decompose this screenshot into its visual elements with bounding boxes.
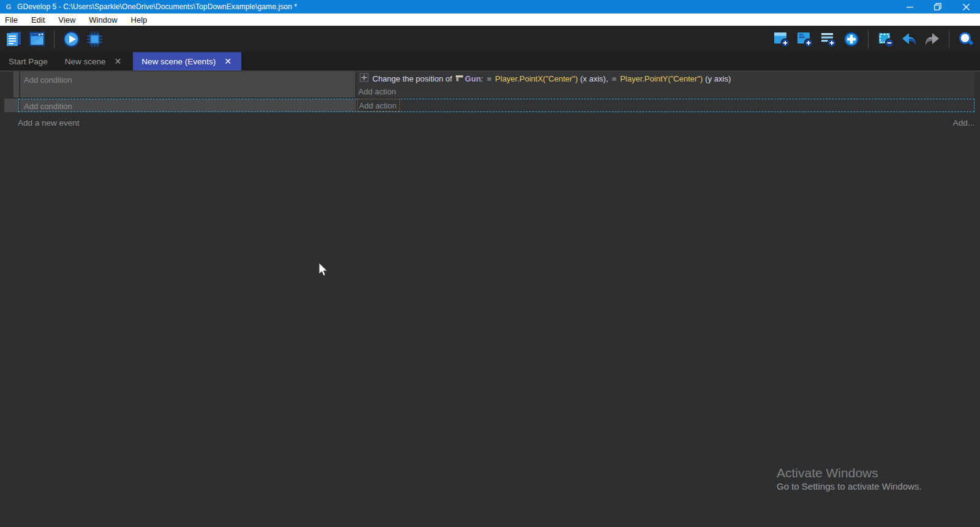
minimize-icon	[907, 4, 913, 10]
close-icon	[963, 4, 970, 10]
action-x-axis-label: (x axis),	[580, 74, 608, 83]
add-event-button[interactable]	[772, 30, 790, 48]
undo-icon	[900, 31, 918, 48]
debug-button[interactable]	[86, 30, 104, 48]
title-bar: G GDevelop 5 - C:\Users\Sparkle\OneDrive…	[0, 0, 980, 13]
tab-label: New scene	[65, 57, 106, 66]
event1-add-action-row[interactable]: Add action	[356, 85, 974, 97]
events-sheet: Add condition Change the position of Gun…	[0, 70, 980, 527]
play-button[interactable]	[62, 30, 80, 48]
window-title: GDevelop 5 - C:\Users\Sparkle\OneDrive\D…	[17, 2, 297, 11]
restore-button[interactable]	[924, 0, 952, 13]
search-icon	[957, 30, 975, 48]
menu-file[interactable]: File	[0, 13, 24, 26]
toolbar-separator	[949, 30, 949, 48]
debug-icon	[86, 30, 104, 48]
action-expression-x: Player.PointX("Center")	[495, 74, 578, 83]
search-button[interactable]	[957, 30, 975, 48]
add-condition-link[interactable]: Add condition	[24, 75, 72, 85]
action-y-axis-label: (y axis)	[705, 74, 731, 83]
add-action-link[interactable]: Add action	[358, 87, 396, 96]
tab-label: Start Page	[9, 57, 48, 66]
menu-window[interactable]: Window	[82, 13, 124, 26]
event1-action-row[interactable]: Change the position of Gun: = Player.Poi…	[356, 72, 974, 85]
play-icon	[62, 30, 80, 48]
event2-drag-handle[interactable]	[4, 99, 18, 112]
toolbar-separator	[868, 30, 869, 48]
tab-bar: Start Page New scene ✕ New scene (Events…	[0, 52, 980, 70]
event1-actions-cell: Change the position of Gun: = Player.Poi…	[356, 72, 974, 97]
mouse-cursor-icon	[318, 262, 330, 279]
remove-selection-icon	[877, 31, 894, 48]
move-position-icon	[360, 73, 369, 84]
tab-new-scene-events[interactable]: New scene (Events) ✕	[133, 52, 241, 70]
window-controls	[895, 0, 980, 13]
scene-editor-icon	[28, 30, 46, 48]
redo-button[interactable]	[923, 30, 941, 48]
action-text-prefix: Change the position of	[372, 74, 452, 83]
tab-new-scene[interactable]: New scene ✕	[56, 52, 132, 70]
main-toolbar	[0, 26, 980, 52]
menu-bar: File Edit View Window Help	[0, 13, 980, 26]
close-button[interactable]	[952, 0, 980, 13]
menu-view[interactable]: View	[51, 13, 82, 26]
undo-button[interactable]	[900, 30, 918, 48]
tab-close-icon[interactable]: ✕	[223, 56, 233, 66]
open-scene-button[interactable]	[28, 30, 46, 48]
event2-add-action-hover[interactable]: Add action	[357, 99, 400, 112]
action-operator: =	[487, 74, 492, 83]
action-colon: :	[481, 74, 483, 83]
add-subevent-icon	[796, 31, 813, 48]
tab-start-page[interactable]: Start Page	[0, 52, 56, 70]
add-more-link[interactable]: Add...	[953, 118, 974, 127]
add-comment-button[interactable]	[819, 30, 837, 48]
add-event-icon	[773, 31, 790, 48]
add-circle-button[interactable]	[842, 30, 860, 48]
toolbar-separator	[54, 30, 55, 48]
event2-selected-row[interactable]: Add condition Add action	[18, 99, 974, 112]
redo-icon	[924, 31, 941, 48]
event1-drag-handle[interactable]	[13, 72, 19, 97]
restore-icon	[934, 3, 941, 10]
add-circle-icon	[843, 31, 860, 48]
add-subevent-button[interactable]	[796, 30, 813, 48]
menu-help[interactable]: Help	[124, 13, 154, 26]
menu-edit[interactable]: Edit	[24, 13, 51, 26]
add-action-link[interactable]: Add action	[359, 101, 396, 110]
action-operator: =	[612, 74, 617, 83]
action-expression-y: Player.PointY("Center")	[620, 74, 703, 83]
tab-close-icon[interactable]: ✕	[113, 56, 123, 66]
project-manager-icon	[5, 30, 23, 48]
add-condition-link[interactable]: Add condition	[24, 102, 72, 111]
action-object-name: Gun	[465, 74, 481, 83]
toolbar-left-group	[0, 30, 104, 48]
add-new-event-link[interactable]: Add a new event	[18, 118, 80, 127]
minimize-button[interactable]	[895, 0, 924, 13]
gdevelop-logo-icon: G	[4, 2, 13, 11]
add-comment-icon	[820, 31, 837, 48]
tab-label: New scene (Events)	[141, 57, 216, 66]
event1-conditions-cell[interactable]: Add condition	[20, 72, 355, 97]
toolbar-right-group	[772, 30, 980, 48]
gun-object-icon	[455, 74, 464, 83]
project-manager-button[interactable]	[5, 30, 23, 48]
remove-selection-button[interactable]	[876, 30, 894, 48]
activate-windows-watermark: Activate Windows	[777, 466, 878, 480]
activate-windows-subtext: Go to Settings to activate Windows.	[777, 481, 922, 491]
event2-conditions-cell[interactable]: Add condition	[20, 99, 356, 112]
